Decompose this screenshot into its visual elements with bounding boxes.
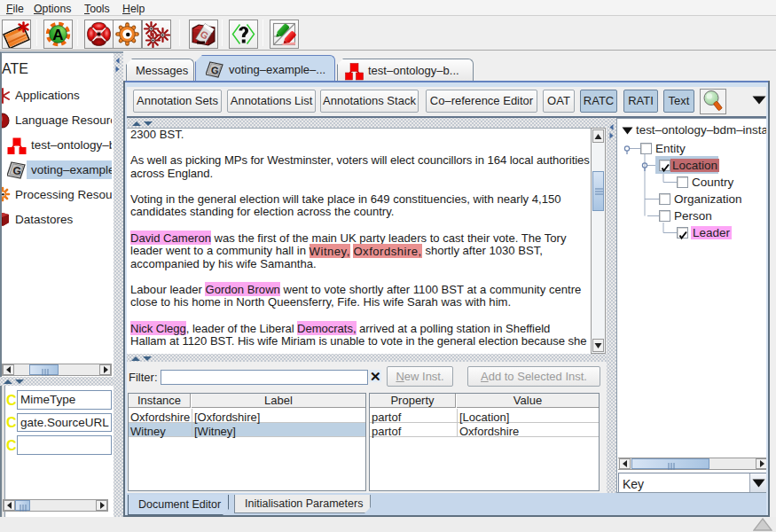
svg-text:A: A <box>52 27 63 43</box>
svg-text:G: G <box>210 65 219 76</box>
svg-text:G: G <box>12 164 21 177</box>
